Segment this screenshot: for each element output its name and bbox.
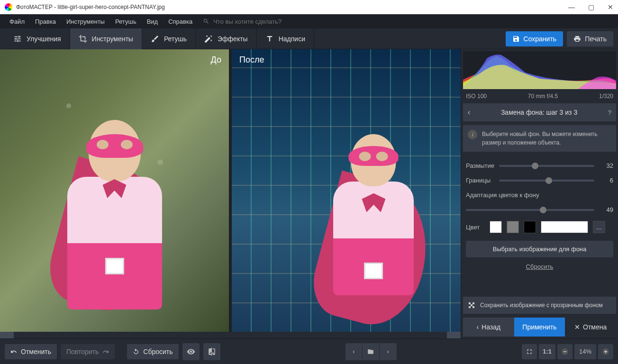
zoom-value[interactable]: 14%	[574, 344, 596, 359]
transparency-icon	[468, 301, 475, 309]
histogram[interactable]	[463, 51, 616, 89]
color-gray[interactable]	[507, 221, 519, 233]
edges-value: 6	[599, 177, 613, 184]
crop-icon	[79, 35, 87, 43]
maximize-button[interactable]: ▢	[588, 3, 594, 11]
color-label: Цвет	[466, 224, 485, 231]
eye-icon	[187, 347, 195, 356]
menubar: Файл Правка Инструменты Ретушь Вид Справ…	[0, 14, 618, 28]
exif-info: ISO 100 70 mm f/4.5 1/320	[461, 91, 618, 101]
ratio-button[interactable]: 1:1	[539, 344, 555, 359]
app-logo	[5, 3, 12, 11]
tab-enhance[interactable]: Улучшения	[5, 28, 70, 49]
reset-link[interactable]: Сбросить	[461, 261, 618, 272]
panel-help-button[interactable]: ?	[608, 109, 611, 116]
tab-retouch-label: Ретушь	[164, 35, 187, 43]
minus-icon	[561, 348, 569, 355]
color-row: Цвет ...	[461, 217, 618, 237]
color-white[interactable]	[490, 221, 502, 233]
info-icon: i	[468, 130, 477, 139]
adapt-label: Адаптация цветов к фону	[461, 188, 618, 202]
eye-button[interactable]	[182, 343, 200, 360]
tab-retouch[interactable]: Ретушь	[142, 28, 196, 49]
horizontal-scrollbar[interactable]	[0, 332, 461, 338]
before-label: До	[211, 55, 221, 65]
tab-tools[interactable]: Инструменты	[70, 28, 142, 49]
compare-button[interactable]	[203, 343, 220, 360]
undo-label: Отменить	[21, 348, 51, 355]
save-transparent-label: Сохранить изображение с прозрачным фоном	[480, 302, 603, 309]
menu-edit[interactable]: Правка	[30, 16, 61, 27]
adapt-slider[interactable]	[466, 209, 594, 211]
print-button[interactable]: Печать	[567, 31, 613, 46]
apply-button[interactable]: Применить	[514, 318, 565, 337]
canvas[interactable]: До После	[0, 49, 461, 332]
nav-group: ‹ ›	[345, 343, 397, 360]
menu-tools[interactable]: Инструменты	[62, 16, 109, 27]
back-button[interactable]: ‹Назад	[463, 318, 514, 337]
reset-button[interactable]: Сбросить	[127, 344, 178, 359]
after-label: После	[239, 55, 264, 65]
next-button[interactable]: ›	[380, 343, 397, 360]
brush-icon	[151, 35, 159, 43]
fit-button[interactable]	[522, 344, 537, 359]
blur-label: Размытие	[466, 162, 494, 169]
panel-header: ‹ Замена фона: шаг 3 из 3 ?	[463, 103, 616, 121]
browse-button[interactable]	[363, 343, 380, 360]
blur-slider[interactable]	[499, 165, 594, 167]
fit-icon	[526, 348, 533, 355]
tab-enhance-label: Улучшения	[27, 35, 61, 43]
sidebar: ISO 100 70 mm f/4.5 1/320 ‹ Замена фона:…	[461, 49, 618, 338]
reset-icon	[133, 348, 139, 355]
menu-file[interactable]: Файл	[5, 16, 29, 27]
tab-effects[interactable]: Эффекты	[196, 28, 257, 49]
zoom-group: 1:1 14%	[522, 344, 613, 359]
redo-icon	[102, 348, 109, 355]
color-custom[interactable]	[541, 221, 588, 233]
reset-label: Сбросить	[143, 348, 173, 355]
choose-bg-button[interactable]: Выбрать изображение для фона	[466, 241, 613, 257]
save-button[interactable]: Сохранить	[506, 31, 563, 46]
close-button[interactable]: ✕	[608, 3, 613, 11]
save-icon	[512, 35, 520, 43]
save-transparent-button[interactable]: Сохранить изображение с прозрачным фоном	[463, 297, 616, 314]
window-controls: — ▢ ✕	[568, 3, 613, 11]
text-icon	[265, 35, 274, 43]
color-more-button[interactable]: ...	[593, 221, 605, 233]
info-box: i Выберите новый фон. Вы можете изменить…	[463, 125, 616, 152]
window-title: ФотоМАСТЕР - little-girl-super-hero-conc…	[16, 4, 165, 10]
zoom-out-button[interactable]	[557, 344, 573, 359]
undo-icon	[10, 348, 17, 355]
search-box[interactable]	[203, 18, 308, 25]
menu-retouch[interactable]: Ретушь	[110, 16, 141, 27]
toolbar: Улучшения Инструменты Ретушь Эффекты Над…	[0, 28, 618, 49]
edges-slider-row: Границы 6	[461, 173, 618, 188]
folder-icon	[367, 348, 374, 355]
action-buttons: ‹Назад Применить ✕Отмена	[463, 318, 616, 337]
blur-value: 32	[599, 162, 613, 169]
menu-help[interactable]: Справка	[164, 16, 197, 27]
info-text: Выберите новый фон. Вы можете изменить р…	[482, 130, 611, 147]
blur-slider-row: Размытие 32	[461, 158, 618, 173]
exif-shutter: 1/320	[599, 93, 613, 100]
print-button-label: Печать	[585, 35, 607, 43]
before-view: До	[0, 49, 229, 332]
adapt-slider-row: 49	[461, 202, 618, 217]
minimize-button[interactable]: —	[568, 3, 575, 11]
undo-button[interactable]: Отменить	[5, 344, 57, 359]
footer: Отменить Повторить Сбросить ‹ › 1:1 14%	[0, 338, 618, 364]
redo-button[interactable]: Повторить	[61, 344, 115, 359]
sliders-icon	[13, 35, 22, 43]
save-button-label: Сохранить	[524, 35, 557, 43]
tab-text[interactable]: Надписи	[257, 28, 314, 49]
edges-slider[interactable]	[499, 180, 594, 182]
titlebar: ФотоМАСТЕР - little-girl-super-hero-conc…	[0, 0, 618, 14]
prev-button[interactable]: ‹	[345, 343, 363, 360]
menu-view[interactable]: Вид	[142, 16, 163, 27]
tab-tools-label: Инструменты	[92, 35, 133, 43]
zoom-in-button[interactable]	[598, 344, 613, 359]
panel-title: Замена фона: шаг 3 из 3	[470, 109, 608, 116]
color-black[interactable]	[524, 221, 536, 233]
search-input[interactable]	[213, 18, 308, 25]
cancel-button[interactable]: ✕Отмена	[565, 318, 616, 337]
